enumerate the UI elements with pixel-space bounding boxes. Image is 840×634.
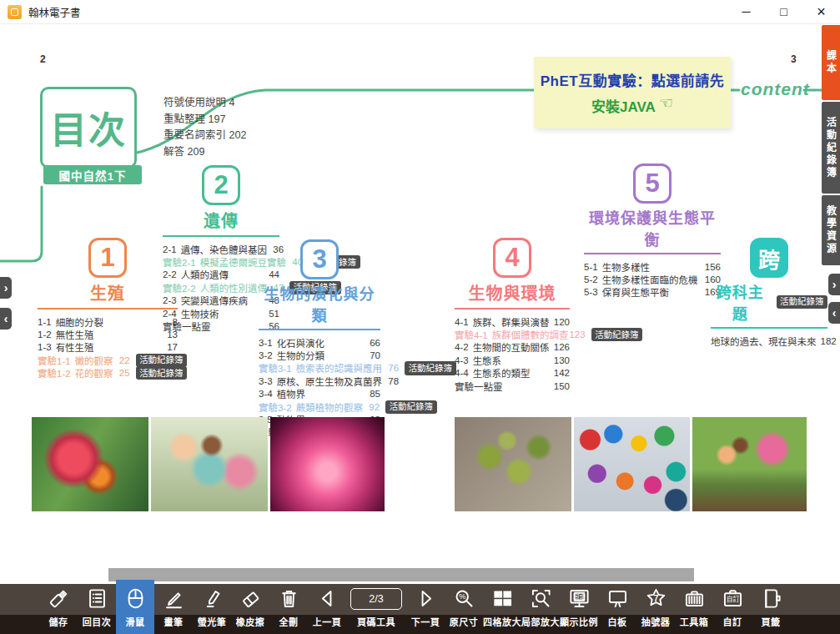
toolbar-quad-zoom[interactable]: 四格放大 xyxy=(483,584,521,634)
activity-book-badge[interactable]: 活動紀錄簿 xyxy=(385,400,437,414)
chapter-title[interactable]: 生殖 xyxy=(90,280,125,304)
phet-java-note[interactable]: PhET互動實驗：點選前請先 安裝JAVA ☜ xyxy=(534,57,731,128)
toc-item[interactable]: 4-4生態系的類型142 xyxy=(455,367,570,380)
chapter-title[interactable]: 生物的演化與分類 xyxy=(259,282,380,325)
toc-item[interactable]: 3-2生物的分類70 xyxy=(259,349,380,361)
toc-item-title: 無性生殖 xyxy=(56,328,94,341)
chapter-number-badge: 1 xyxy=(88,238,127,278)
svg-text:自訂: 自訂 xyxy=(726,595,739,603)
toc-item[interactable]: 3-4植物界85 xyxy=(259,388,380,400)
edge-next-button-left[interactable]: › xyxy=(0,277,12,299)
toc-item[interactable]: 實驗一點靈150 xyxy=(455,380,570,392)
toc-item-page: 123 xyxy=(569,330,586,340)
toolbar-item-label: 白板 xyxy=(608,615,627,628)
toc-item[interactable]: 3-3原核、原生生物及真菌界78 xyxy=(259,375,380,387)
edge-next-button-right[interactable]: › xyxy=(828,274,840,295)
tab-activity-book[interactable]: 活動紀錄簿 xyxy=(822,102,840,194)
page-indicator[interactable]: 2/3 xyxy=(350,588,402,610)
toc-item[interactable]: 1-3有性生殖17 xyxy=(38,341,178,354)
toolbar-item-label: 上一頁 xyxy=(313,615,342,628)
toc-item-page: 182 xyxy=(821,336,828,346)
maximize-button[interactable]: □ xyxy=(765,0,802,23)
toc-item[interactable]: 1-1細胞的分裂8 xyxy=(38,315,178,328)
toolbar-original-size[interactable]: %原尺寸 xyxy=(445,584,483,634)
chapter-number-badge: 2 xyxy=(202,165,240,205)
toolbar-item-label: 工具箱 xyxy=(680,615,709,628)
toc-item-number: 1-2 xyxy=(38,330,52,340)
activity-book-badge[interactable]: 活動紀錄簿 xyxy=(136,366,188,380)
toolbar-page-bookmark[interactable]: 頁籤 xyxy=(752,584,790,634)
chapter-title[interactable]: 生物與環境 xyxy=(469,280,556,304)
toc-item-page: 126 xyxy=(553,342,570,352)
toc-item[interactable]: 實驗3-1檢索表的認識與應用76活動紀錄簿 xyxy=(259,362,380,375)
toolbar-custom-case[interactable]: 自訂自訂 xyxy=(713,584,752,634)
chapter-title[interactable]: 環境保護與生態平衡 xyxy=(584,206,721,249)
next-arrow-icon xyxy=(415,587,437,610)
toolbar-trash[interactable]: 全刪 xyxy=(269,584,308,634)
toc-item[interactable]: 地球的過去、現在與未來182 xyxy=(711,335,827,347)
toolbar-usb-drive[interactable]: 儲存 xyxy=(39,584,78,634)
close-button[interactable]: × xyxy=(802,0,840,23)
toolbar-item-label: 顯示比例 xyxy=(560,615,598,628)
whiteboard-icon xyxy=(606,587,629,610)
toc-item[interactable]: 1-2無性生殖13 xyxy=(38,328,178,340)
toc-item[interactable]: 實驗4-1族群個體數的調查123活動紀錄簿 xyxy=(455,328,570,340)
toc-item[interactable]: 5-2生物多樣性面臨的危機160 xyxy=(584,273,721,285)
scroll-track[interactable] xyxy=(108,568,694,581)
toc-item[interactable]: 5-1生物多樣性156 xyxy=(584,260,721,273)
activity-book-badge[interactable]: 活動紀錄簿 xyxy=(591,328,643,341)
toc-item-page: 17 xyxy=(161,342,178,352)
front-matter-item[interactable]: 重點整理 197 xyxy=(163,112,246,128)
toc-item-page: 130 xyxy=(553,355,570,365)
activity-book-badge[interactable]: 活動紀錄簿 xyxy=(777,295,828,309)
toc-item-page: 142 xyxy=(553,368,570,378)
minimize-button[interactable]: ─ xyxy=(727,0,765,23)
toc-item-title: 人類的性別遺傳 xyxy=(200,281,268,294)
toc-item[interactable]: 實驗3-2蕨類植物的觀察92活動紀錄簿 xyxy=(259,400,380,413)
toolbar-toolbox[interactable]: 工具箱 xyxy=(675,584,713,634)
toolbar-pen[interactable]: 畫筆 xyxy=(154,584,193,634)
edge-prev-button-left[interactable]: ‹ xyxy=(0,308,12,330)
tab-teaching-resources[interactable]: 教學資源 xyxy=(822,195,840,265)
toc-item-title: 有性生殖 xyxy=(56,340,94,354)
toolbar-item-label: 全刪 xyxy=(279,615,299,628)
chapter-title[interactable]: 遺傳 xyxy=(204,208,239,232)
toc-item-title: 細胞的分裂 xyxy=(56,315,104,329)
front-matter-item[interactable]: 重要名詞索引 202 xyxy=(163,128,246,144)
toolbar-region-zoom[interactable]: 局部放大 xyxy=(521,584,560,634)
toc-item-number: 3-4 xyxy=(259,389,273,399)
toc-item-number: 4-2 xyxy=(455,342,469,352)
toolbar-toc-doc[interactable]: 回目次 xyxy=(78,584,116,634)
toolbar-whiteboard[interactable]: 白板 xyxy=(598,584,636,634)
toc-item[interactable]: 4-1族群、群集與演替120 xyxy=(455,315,570,328)
toolbar-next-arrow[interactable]: 下一頁 xyxy=(406,584,445,634)
sea-anemone-photo xyxy=(270,417,385,511)
toc-item[interactable]: 3-1化石與演化66 xyxy=(259,336,380,349)
activity-book-badge[interactable]: 活動紀錄簿 xyxy=(405,361,456,375)
toc-item-number: 3-2 xyxy=(259,350,273,360)
toc-item[interactable]: 5-3保育與生態平衡169 xyxy=(584,286,721,299)
toc-item[interactable]: 實驗1-1黴的觀察22活動紀錄簿 xyxy=(38,354,178,366)
chapter-1: 1生殖1-1細胞的分裂81-2無性生殖131-3有性生殖17實驗1-1黴的觀察2… xyxy=(38,238,178,380)
toolbar-prev-arrow[interactable]: 上一頁 xyxy=(308,584,346,634)
original-size-icon: % xyxy=(453,587,475,610)
toolbar-highlighter[interactable]: 螢光筆 xyxy=(193,584,231,634)
chapter-title[interactable]: 跨科主題 xyxy=(711,280,770,324)
toc-item[interactable]: 4-3生態系130 xyxy=(455,354,570,366)
front-matter-item[interactable]: 符號使用說明 4 xyxy=(163,95,246,112)
activity-book-badge[interactable]: 活動紀錄簿 xyxy=(136,354,188,367)
tab-textbook[interactable]: 課本 xyxy=(822,25,840,100)
toolbar-mouse[interactable]: 滑鼠 xyxy=(116,580,154,634)
front-matter-item[interactable]: 解答 209 xyxy=(163,144,246,161)
toc-item[interactable]: 4-2生物間的互動關係126 xyxy=(455,341,570,354)
toc-item[interactable]: 實驗1-2花的觀察25活動紀錄簿 xyxy=(38,367,178,380)
toc-item-title: 原核、原生生物及真菌界 xyxy=(277,375,383,388)
chapter-3: 3生物的演化與分類3-1化石與演化663-2生物的分類70實驗3-1檢索表的認識… xyxy=(259,239,380,439)
toolbar-eraser[interactable]: 橡皮擦 xyxy=(231,584,269,634)
toc-item-title: 生物間的互動關係 xyxy=(473,340,550,354)
toolbar-display-scale[interactable]: 固定顯示比例 xyxy=(560,584,598,634)
toolbar-number-star[interactable]: 7抽號器 xyxy=(636,584,675,634)
toolbar-page-indicator[interactable]: 2/3頁碼工具 xyxy=(346,584,406,634)
svg-text:%: % xyxy=(459,592,465,601)
edge-prev-button-right[interactable]: ‹ xyxy=(828,302,840,324)
